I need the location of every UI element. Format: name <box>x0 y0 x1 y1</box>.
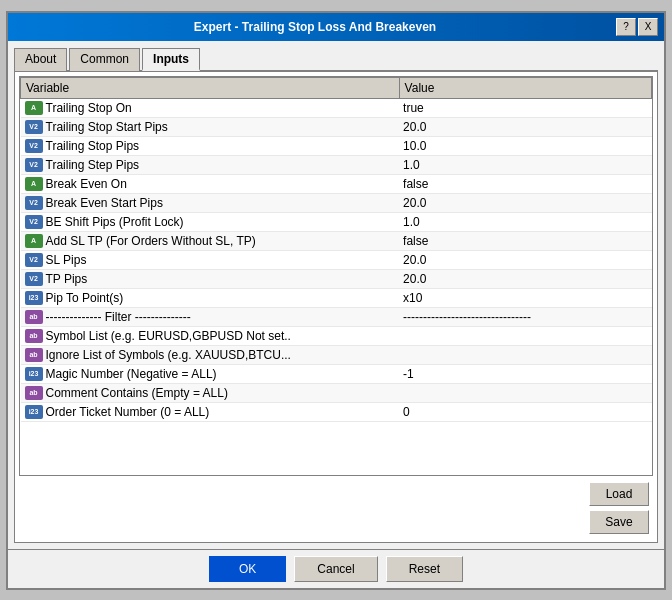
variable-cell: i23Pip To Point(s) <box>21 288 400 307</box>
save-button[interactable]: Save <box>589 510 649 534</box>
type-icon: V2 <box>25 158 43 172</box>
variable-label: Magic Number (Negative = ALL) <box>46 367 217 381</box>
variable-cell: V2Trailing Stop Start Pips <box>21 117 400 136</box>
value-cell: 20.0 <box>399 250 651 269</box>
inputs-table: Variable Value ATrailing Stop OntrueV2Tr… <box>20 77 652 422</box>
value-cell: x10 <box>399 288 651 307</box>
type-icon: ab <box>25 310 43 324</box>
value-cell: 20.0 <box>399 117 651 136</box>
table-row[interactable]: i23Magic Number (Negative = ALL)-1 <box>21 364 652 383</box>
table-row[interactable]: V2BE Shift Pips (Profit Lock)1.0 <box>21 212 652 231</box>
table-row[interactable]: V2Trailing Stop Start Pips20.0 <box>21 117 652 136</box>
dialog-buttons: OK Cancel Reset <box>8 549 664 588</box>
table-row[interactable]: abIgnore List of Symbols (e.g. XAUUSD,BT… <box>21 345 652 364</box>
variable-cell: i23Order Ticket Number (0 = ALL) <box>21 402 400 421</box>
tab-inputs[interactable]: Inputs <box>142 48 200 71</box>
variable-label: Pip To Point(s) <box>46 291 124 305</box>
type-icon: V2 <box>25 272 43 286</box>
type-icon: V2 <box>25 139 43 153</box>
tab-about[interactable]: About <box>14 48 67 71</box>
variable-label: Ignore List of Symbols (e.g. XAUUSD,BTCU… <box>46 348 291 362</box>
variable-label: Comment Contains (Empty = ALL) <box>46 386 228 400</box>
value-cell: -------------------------------- <box>399 307 651 326</box>
value-cell: 1.0 <box>399 212 651 231</box>
table-row[interactable]: V2Trailing Stop Pips10.0 <box>21 136 652 155</box>
type-icon: V2 <box>25 196 43 210</box>
value-cell: 0 <box>399 402 651 421</box>
load-save-buttons: Load Save <box>589 482 649 534</box>
variable-cell: ABreak Even On <box>21 174 400 193</box>
type-icon: ab <box>25 386 43 400</box>
table-row[interactable]: AAdd SL TP (For Orders Without SL, TP)fa… <box>21 231 652 250</box>
value-cell <box>399 345 651 364</box>
type-icon: A <box>25 177 43 191</box>
table-row[interactable]: ab-------------- Filter ----------------… <box>21 307 652 326</box>
tab-common[interactable]: Common <box>69 48 140 71</box>
value-cell <box>399 326 651 345</box>
cancel-button[interactable]: Cancel <box>294 556 377 582</box>
type-icon: i23 <box>25 367 43 381</box>
variable-label: Trailing Stop Start Pips <box>46 120 168 134</box>
variable-label: Trailing Stop On <box>46 101 132 115</box>
variable-cell: V2Break Even Start Pips <box>21 193 400 212</box>
variable-cell: abComment Contains (Empty = ALL) <box>21 383 400 402</box>
variable-label: -------------- Filter -------------- <box>46 310 191 324</box>
title-bar-buttons: ? X <box>616 18 658 36</box>
variable-cell: abIgnore List of Symbols (e.g. XAUUSD,BT… <box>21 345 400 364</box>
value-cell: true <box>399 98 651 117</box>
variable-label: Break Even On <box>46 177 127 191</box>
variable-label: Trailing Step Pips <box>46 158 140 172</box>
table-row[interactable]: i23Pip To Point(s)x10 <box>21 288 652 307</box>
bottom-section: Load Save <box>19 476 653 538</box>
type-icon: V2 <box>25 253 43 267</box>
type-icon: A <box>25 101 43 115</box>
window-title: Expert - Trailing Stop Loss And Breakeve… <box>14 20 616 34</box>
value-cell: false <box>399 231 651 250</box>
type-icon: V2 <box>25 120 43 134</box>
table-row[interactable]: abComment Contains (Empty = ALL) <box>21 383 652 402</box>
variable-cell: i23Magic Number (Negative = ALL) <box>21 364 400 383</box>
inputs-table-container[interactable]: Variable Value ATrailing Stop OntrueV2Tr… <box>19 76 653 476</box>
table-row[interactable]: V2Trailing Step Pips1.0 <box>21 155 652 174</box>
variable-cell: V2Trailing Step Pips <box>21 155 400 174</box>
variable-label: Add SL TP (For Orders Without SL, TP) <box>46 234 256 248</box>
type-icon: i23 <box>25 405 43 419</box>
variable-cell: V2BE Shift Pips (Profit Lock) <box>21 212 400 231</box>
variable-label: Break Even Start Pips <box>46 196 163 210</box>
table-row[interactable]: abSymbol List (e.g. EURUSD,GBPUSD Not se… <box>21 326 652 345</box>
value-cell: 20.0 <box>399 193 651 212</box>
close-button[interactable]: X <box>638 18 658 36</box>
variable-label: TP Pips <box>46 272 88 286</box>
type-icon: i23 <box>25 291 43 305</box>
tab-bar: About Common Inputs <box>14 47 658 72</box>
variable-label: Symbol List (e.g. EURUSD,GBPUSD Not set.… <box>46 329 291 343</box>
ok-button[interactable]: OK <box>209 556 286 582</box>
col-header-value: Value <box>399 77 651 98</box>
main-window: Expert - Trailing Stop Loss And Breakeve… <box>6 11 666 590</box>
tab-content-inputs: Variable Value ATrailing Stop OntrueV2Tr… <box>14 72 658 543</box>
variable-label: Trailing Stop Pips <box>46 139 140 153</box>
variable-cell: V2Trailing Stop Pips <box>21 136 400 155</box>
variable-cell: V2TP Pips <box>21 269 400 288</box>
table-row[interactable]: V2Break Even Start Pips20.0 <box>21 193 652 212</box>
table-row[interactable]: ABreak Even Onfalse <box>21 174 652 193</box>
help-button[interactable]: ? <box>616 18 636 36</box>
variable-cell: AAdd SL TP (For Orders Without SL, TP) <box>21 231 400 250</box>
window-body: About Common Inputs Variable Value <box>8 41 664 549</box>
table-row[interactable]: V2SL Pips20.0 <box>21 250 652 269</box>
type-icon: A <box>25 234 43 248</box>
table-row[interactable]: ATrailing Stop Ontrue <box>21 98 652 117</box>
reset-button[interactable]: Reset <box>386 556 463 582</box>
table-row[interactable]: i23Order Ticket Number (0 = ALL)0 <box>21 402 652 421</box>
value-cell <box>399 383 651 402</box>
type-icon: ab <box>25 329 43 343</box>
variable-cell: ab-------------- Filter -------------- <box>21 307 400 326</box>
value-cell: 1.0 <box>399 155 651 174</box>
variable-cell: V2SL Pips <box>21 250 400 269</box>
load-button[interactable]: Load <box>589 482 649 506</box>
variable-label: SL Pips <box>46 253 87 267</box>
value-cell: 20.0 <box>399 269 651 288</box>
table-row[interactable]: V2TP Pips20.0 <box>21 269 652 288</box>
value-cell: false <box>399 174 651 193</box>
variable-cell: abSymbol List (e.g. EURUSD,GBPUSD Not se… <box>21 326 400 345</box>
